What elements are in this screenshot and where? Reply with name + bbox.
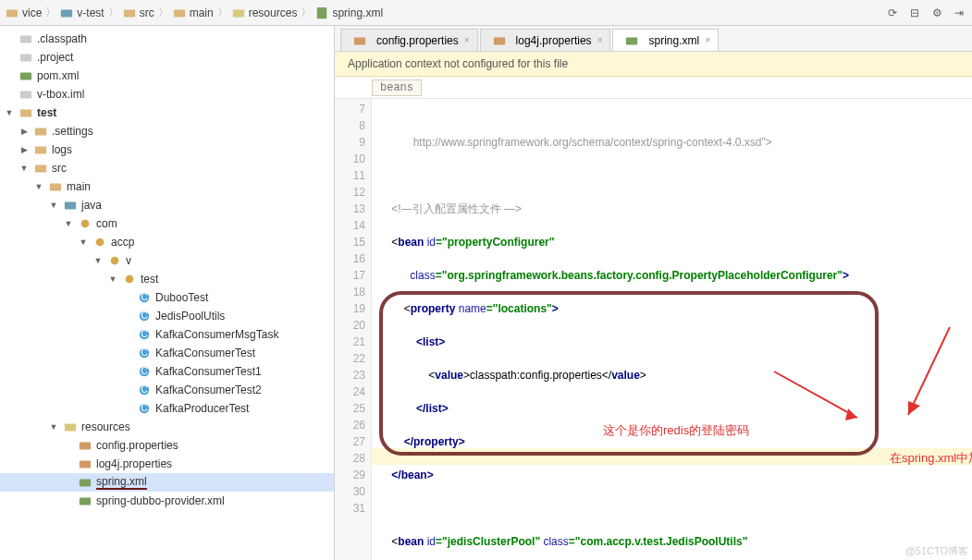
svg-text:C: C bbox=[141, 365, 148, 376]
editor-pane: config.properties×log4j.properties×sprin… bbox=[335, 26, 972, 560]
tab-label: spring.xml bbox=[648, 34, 699, 47]
collapse-icon[interactable]: ⊟ bbox=[907, 6, 922, 20]
code-body[interactable]: http://www.springframework.org/schema/co… bbox=[372, 99, 972, 560]
expand-icon[interactable]: ▼ bbox=[92, 255, 104, 266]
expand-icon[interactable] bbox=[122, 292, 133, 303]
editor-tabs[interactable]: config.properties×log4j.properties×sprin… bbox=[335, 26, 972, 52]
tree-item[interactable]: CJedisPoolUtils bbox=[0, 307, 334, 325]
bc-item[interactable]: main bbox=[190, 6, 214, 19]
folder-icon bbox=[48, 179, 63, 194]
tree-item[interactable]: ▶logs bbox=[0, 140, 334, 159]
code-line: http://www.springframework.org/schema/co… bbox=[379, 134, 972, 151]
bc-item[interactable]: src bbox=[140, 6, 154, 19]
tree-label: DubooTest bbox=[155, 291, 208, 304]
expand-icon[interactable] bbox=[4, 33, 15, 44]
expand-icon[interactable] bbox=[4, 52, 15, 63]
tree-label: test bbox=[37, 106, 56, 119]
breadcrumb[interactable]: vice〉 v-test〉 src〉 main〉 resources〉 spri… bbox=[6, 5, 383, 20]
bc-item[interactable]: vice bbox=[22, 6, 42, 19]
tree-item[interactable]: CKafkaConsumerTest1 bbox=[0, 362, 334, 381]
cls-icon: C bbox=[137, 383, 152, 397]
expand-icon[interactable]: ▼ bbox=[18, 163, 30, 174]
expand-icon[interactable]: ▼ bbox=[48, 200, 59, 211]
tree-item[interactable]: ▼accp bbox=[0, 233, 334, 251]
tree-item[interactable]: log4j.properties bbox=[0, 455, 334, 473]
code-area[interactable]: 7891011121314151617181920212223242526272… bbox=[335, 99, 972, 560]
tree-item[interactable]: CKafkaConsumerMsgTask bbox=[0, 325, 334, 344]
expand-icon[interactable] bbox=[122, 347, 133, 359]
svg-rect-9 bbox=[20, 91, 31, 99]
expand-icon[interactable] bbox=[122, 366, 133, 377]
folder-icon bbox=[173, 6, 186, 19]
project-tree[interactable]: .classpath.projectpom.xmlv-tbox.iml▼test… bbox=[0, 26, 335, 560]
hide-icon[interactable]: ⇥ bbox=[952, 6, 966, 20]
expand-icon[interactable]: ▶ bbox=[18, 126, 30, 137]
close-icon[interactable]: × bbox=[597, 35, 603, 45]
expand-icon[interactable] bbox=[4, 89, 15, 100]
tree-item[interactable]: ▼src bbox=[0, 159, 334, 177]
expand-icon[interactable] bbox=[63, 477, 74, 488]
tree-item[interactable]: CKafkaProducerTest bbox=[0, 399, 334, 418]
tree-item[interactable]: ▼test bbox=[0, 103, 334, 122]
sync-icon[interactable]: ⟳ bbox=[885, 6, 900, 20]
tree-item[interactable]: pom.xml bbox=[0, 67, 334, 85]
expand-icon[interactable]: ▶ bbox=[18, 144, 30, 155]
bc-item[interactable]: resources bbox=[249, 6, 298, 19]
tree-item[interactable]: config.properties bbox=[0, 436, 334, 455]
tree-item[interactable]: ▼com bbox=[0, 214, 334, 233]
expand-icon[interactable] bbox=[122, 403, 133, 414]
expand-icon[interactable]: ▼ bbox=[4, 107, 15, 118]
bc-item[interactable]: v-test bbox=[77, 6, 104, 19]
close-icon[interactable]: × bbox=[464, 35, 470, 45]
tree-item[interactable]: CKafkaConsumerTest2 bbox=[0, 381, 334, 399]
svg-rect-1 bbox=[61, 9, 72, 17]
folder-icon bbox=[18, 105, 33, 120]
xml-crumb[interactable]: beans bbox=[372, 79, 422, 96]
svg-rect-35 bbox=[80, 443, 91, 450]
editor-tab[interactable]: spring.xml× bbox=[612, 29, 719, 51]
gear-icon[interactable]: ⚙ bbox=[929, 6, 944, 20]
expand-icon[interactable] bbox=[63, 495, 74, 506]
tree-item[interactable]: spring-dubbo-provider.xml bbox=[0, 492, 334, 510]
svg-rect-0 bbox=[6, 9, 18, 17]
tree-item[interactable]: ▼main bbox=[0, 177, 334, 196]
tree-label: resources bbox=[81, 420, 130, 433]
expand-icon[interactable]: ▼ bbox=[107, 274, 118, 285]
expand-icon[interactable]: ▼ bbox=[63, 218, 74, 229]
xml-breadcrumb[interactable]: beans bbox=[335, 77, 972, 99]
pkg-icon bbox=[78, 216, 92, 231]
tree-item[interactable]: v-tbox.iml bbox=[0, 85, 334, 103]
tree-item[interactable]: .classpath bbox=[0, 30, 334, 48]
tree-item[interactable]: spring.xml bbox=[0, 473, 334, 492]
tree-item[interactable]: ▼test bbox=[0, 270, 334, 288]
tree-item[interactable]: ▼resources bbox=[0, 418, 334, 436]
expand-icon[interactable]: ▼ bbox=[78, 237, 89, 248]
expand-icon[interactable]: ▼ bbox=[48, 421, 59, 432]
expand-icon[interactable] bbox=[63, 440, 74, 451]
tree-item[interactable]: ▼v bbox=[0, 251, 334, 270]
tree-item[interactable]: CDubooTest bbox=[0, 288, 334, 307]
tree-item[interactable]: CKafkaConsumerTest bbox=[0, 344, 334, 362]
annotation-text: 这个是你的redis的登陆密码 bbox=[603, 422, 749, 439]
editor-tab[interactable]: log4j.properties× bbox=[480, 29, 611, 51]
tree-item[interactable]: ▼java bbox=[0, 196, 334, 214]
folder-icon bbox=[232, 6, 245, 19]
expand-icon[interactable] bbox=[122, 384, 133, 396]
expand-icon[interactable] bbox=[122, 310, 133, 322]
expand-icon[interactable] bbox=[4, 70, 15, 81]
tree-label: spring-dubbo-provider.xml bbox=[96, 494, 225, 507]
cls-icon: C bbox=[137, 346, 152, 360]
expand-icon[interactable] bbox=[63, 458, 74, 469]
tree-item[interactable]: ▶.settings bbox=[0, 122, 334, 140]
close-icon[interactable]: × bbox=[705, 35, 710, 45]
editor-tab[interactable]: config.properties× bbox=[340, 29, 478, 51]
tree-item[interactable]: .project bbox=[0, 48, 334, 67]
prop-icon bbox=[78, 438, 92, 453]
svg-rect-14 bbox=[50, 184, 61, 191]
expand-icon[interactable]: ▼ bbox=[33, 181, 44, 192]
expand-icon[interactable] bbox=[122, 329, 133, 340]
tree-label: .settings bbox=[52, 125, 93, 138]
bc-item[interactable]: spring.xml bbox=[332, 6, 383, 19]
folder-icon bbox=[60, 6, 73, 19]
svg-text:C: C bbox=[141, 328, 148, 339]
